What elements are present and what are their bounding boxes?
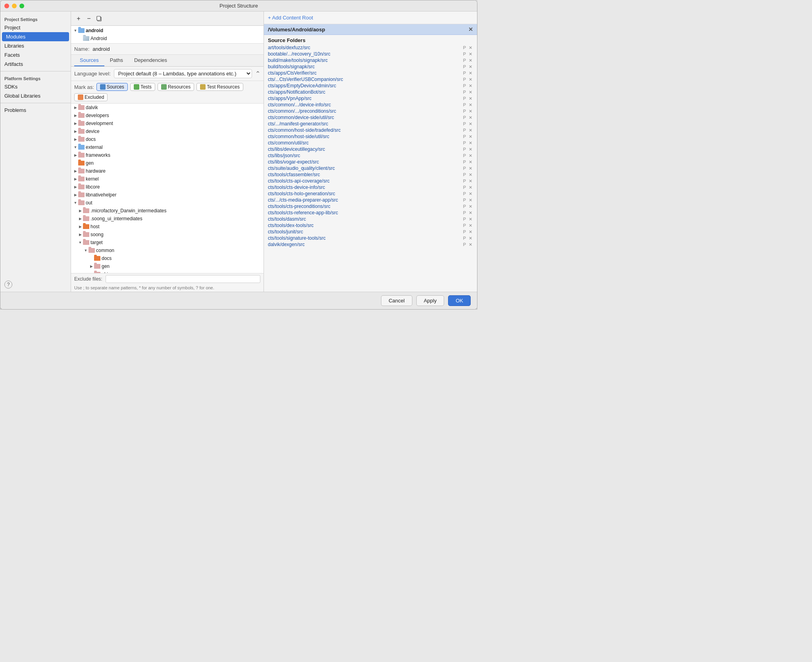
source-folder-x-button[interactable]: ✕	[468, 198, 473, 203]
tree-item-kernel[interactable]: kernel	[71, 175, 264, 183]
mark-resources-button[interactable]: Resources	[158, 83, 194, 91]
source-folder-item[interactable]: cts/libs/vogar-expect/src P ✕	[264, 159, 477, 165]
tree-item-external[interactable]: external	[71, 143, 264, 151]
tree-item-hardware[interactable]: hardware	[71, 167, 264, 175]
file-tree[interactable]: dalvik developers development device	[71, 104, 264, 273]
tree-item-dalvik[interactable]: dalvik	[71, 104, 264, 112]
source-folder-p-button[interactable]: P	[462, 166, 467, 171]
source-folder-p-button[interactable]: P	[462, 64, 467, 69]
source-folder-item[interactable]: cts/common/host-side/tradefed/src P ✕	[264, 127, 477, 133]
source-folder-p-button[interactable]: P	[462, 147, 467, 152]
tree-item-libnativehelper[interactable]: libnativehelper	[71, 191, 264, 199]
tree-item-out[interactable]: out	[71, 199, 264, 207]
exclude-files-input[interactable]	[106, 275, 260, 283]
source-folder-item[interactable]: cts/apps/CtsVerifier/src P ✕	[264, 70, 477, 76]
source-folder-item[interactable]: dalvik/dexgen/src P ✕	[264, 241, 477, 248]
source-folder-x-button[interactable]: ✕	[468, 229, 473, 235]
content-root-close-button[interactable]: ✕	[468, 26, 473, 33]
source-folder-x-button[interactable]: ✕	[468, 121, 473, 127]
source-folder-p-button[interactable]: P	[462, 45, 467, 50]
tab-dependencies[interactable]: Dependencies	[129, 55, 173, 66]
source-folder-p-button[interactable]: P	[462, 128, 467, 133]
sidebar-item-libraries[interactable]: Libraries	[0, 41, 71, 50]
source-folder-p-button[interactable]: P	[462, 160, 467, 165]
source-folder-item[interactable]: cts/tools/junit/src P ✕	[264, 229, 477, 235]
source-folder-p-button[interactable]: P	[462, 179, 467, 184]
source-folder-p-button[interactable]: P	[462, 210, 467, 216]
sidebar-item-sdks[interactable]: SDKs	[0, 82, 71, 91]
language-level-select[interactable]: Project default (8 – Lambdas, type annot…	[114, 69, 252, 78]
add-module-button[interactable]: +	[74, 14, 83, 23]
source-folder-p-button[interactable]: P	[462, 217, 467, 222]
source-folder-x-button[interactable]: ✕	[468, 217, 473, 222]
source-folder-item[interactable]: cts/tools/dex-tools/src P ✕	[264, 222, 477, 229]
minimize-button[interactable]	[12, 4, 17, 8]
source-folder-item[interactable]: art/tools/dexfuzz/src P ✕	[264, 44, 477, 51]
source-folder-item[interactable]: cts/tools/cts-preconditions/src P ✕	[264, 203, 477, 210]
source-folder-x-button[interactable]: ✕	[468, 160, 473, 165]
source-folder-x-button[interactable]: ✕	[468, 134, 473, 139]
source-folder-p-button[interactable]: P	[462, 77, 467, 82]
source-folder-x-button[interactable]: ✕	[468, 140, 473, 146]
source-folder-p-button[interactable]: P	[462, 58, 467, 63]
source-folder-x-button[interactable]: ✕	[468, 236, 473, 241]
mark-sources-button[interactable]: Sources	[96, 83, 128, 91]
sidebar-item-modules[interactable]: Modules	[2, 32, 69, 41]
source-folder-item[interactable]: cts/tools/cts-device-info/src P ✕	[264, 184, 477, 191]
source-folder-p-button[interactable]: P	[462, 229, 467, 235]
tree-item-libcore[interactable]: libcore	[71, 183, 264, 191]
source-folder-p-button[interactable]: P	[462, 109, 467, 114]
source-folder-p-button[interactable]: P	[462, 153, 467, 158]
maximize-button[interactable]	[19, 4, 24, 8]
source-folder-item[interactable]: cts/libs/deviceutillegacy/src P ✕	[264, 146, 477, 152]
source-folder-item[interactable]: build/make/tools/signapk/src P ✕	[264, 57, 477, 64]
source-folder-p-button[interactable]: P	[462, 52, 467, 57]
tree-item-common-obj[interactable]: obj	[71, 270, 264, 273]
sidebar-item-global-libraries[interactable]: Global Libraries	[0, 91, 71, 100]
source-folder-x-button[interactable]: ✕	[468, 45, 473, 50]
source-folder-x-button[interactable]: ✕	[468, 204, 473, 209]
source-folder-item[interactable]: cts/common/device-side/util/src P ✕	[264, 114, 477, 121]
remove-module-button[interactable]: −	[85, 14, 93, 23]
apply-button[interactable]: Apply	[416, 295, 444, 306]
language-level-spinner[interactable]: ⌃	[255, 70, 260, 77]
tab-sources[interactable]: Sources	[74, 55, 104, 66]
tree-item-device[interactable]: device	[71, 127, 264, 135]
source-folder-item[interactable]: cts/.../manifest-generator/src P ✕	[264, 121, 477, 127]
ok-button[interactable]: OK	[448, 295, 471, 306]
sidebar-item-facets[interactable]: Facets	[0, 50, 71, 60]
source-folder-x-button[interactable]: ✕	[468, 58, 473, 63]
source-folder-x-button[interactable]: ✕	[468, 77, 473, 82]
source-folder-p-button[interactable]: P	[462, 172, 467, 177]
sidebar-item-problems[interactable]: Problems	[0, 106, 71, 115]
source-folder-x-button[interactable]: ✕	[468, 96, 473, 101]
close-button[interactable]	[4, 4, 9, 8]
source-folder-x-button[interactable]: ✕	[468, 102, 473, 108]
source-folder-x-button[interactable]: ✕	[468, 128, 473, 133]
sidebar-item-project[interactable]: Project	[0, 23, 71, 32]
source-folder-x-button[interactable]: ✕	[468, 109, 473, 114]
source-folder-item[interactable]: cts/tools/dasm/src P ✕	[264, 216, 477, 222]
source-folder-p-button[interactable]: P	[462, 236, 467, 241]
source-folder-item[interactable]: cts/common/.../preconditions/src P ✕	[264, 108, 477, 114]
tree-item-microfactory[interactable]: .microfactory_Darwin_intermediates	[71, 207, 264, 215]
tree-item-host[interactable]: host	[71, 223, 264, 231]
source-folder-p-button[interactable]: P	[462, 185, 467, 190]
source-folder-item[interactable]: cts/common/.../device-info/src P ✕	[264, 102, 477, 108]
source-folder-p-button[interactable]: P	[462, 242, 467, 247]
source-folder-item[interactable]: cts/suite/audio_quality/client/src P ✕	[264, 165, 477, 171]
source-folder-p-button[interactable]: P	[462, 83, 467, 89]
source-folder-p-button[interactable]: P	[462, 223, 467, 228]
tree-item-gen[interactable]: gen	[71, 159, 264, 167]
source-folder-x-button[interactable]: ✕	[468, 71, 473, 76]
source-folder-item[interactable]: cts/tools/cts-api-coverage/src P ✕	[264, 178, 477, 184]
module-tree-root[interactable]: android	[71, 27, 264, 35]
module-root-arrow[interactable]	[73, 28, 78, 33]
source-folder-p-button[interactable]: P	[462, 140, 467, 146]
cancel-button[interactable]: Cancel	[381, 295, 412, 306]
module-android-item[interactable]: Android	[71, 35, 264, 42]
source-folder-item[interactable]: cts/tools/cts-holo-generation/src P ✕	[264, 191, 477, 197]
tree-item-soong[interactable]: soong	[71, 231, 264, 239]
tree-item-target[interactable]: target	[71, 239, 264, 246]
source-folder-item[interactable]: bootable/.../recovery_l10n/src P ✕	[264, 51, 477, 57]
